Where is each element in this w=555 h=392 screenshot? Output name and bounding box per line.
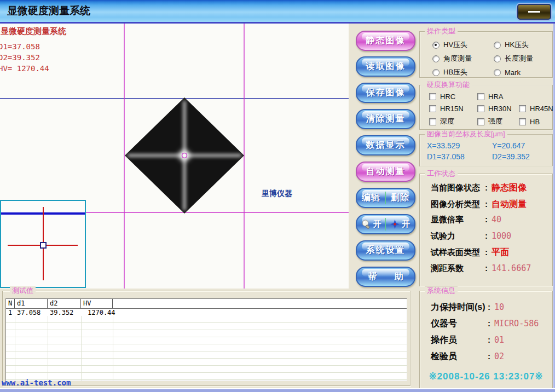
minimize-button[interactable] — [517, 4, 551, 20]
table-row[interactable]: 1 37.058 39.352 1270.44 — [6, 309, 407, 316]
viewport-hv-readout: HV= 1270.44 — [0, 64, 49, 73]
viewport-d2-readout: D2=39.352 — [0, 53, 40, 62]
status-row-surface-type: 试样表面类型 : 平面 — [431, 247, 552, 263]
radio-length-measure[interactable]: 长度测量 — [494, 54, 552, 64]
auto-measure-button[interactable]: 自动测量 — [356, 162, 415, 182]
radio-mark[interactable]: Mark — [494, 67, 552, 77]
radio-hv-indenter[interactable]: HV压头 — [432, 40, 494, 50]
viewport-overlay-title: 显微硬度测量系统 — [1, 26, 66, 37]
static-image-button[interactable]: 静态图像 — [356, 31, 415, 51]
groupbox-title: 系统信息 — [425, 286, 458, 295]
website-link[interactable]: www.ai-test.com — [2, 378, 71, 387]
thumbnail-center-handle[interactable] — [40, 242, 47, 249]
column-header-d2: d2 — [48, 299, 81, 308]
checkbox-strength[interactable]: 强度 — [477, 117, 519, 126]
center-glow — [179, 150, 190, 161]
status-value: 40 — [492, 215, 501, 224]
checkbox-hr45n[interactable]: HR45N — [519, 105, 553, 113]
light-toggle-label: 开 — [373, 219, 381, 229]
data-display-button[interactable]: 数据显示 — [356, 135, 415, 155]
column-header-hv: HV — [81, 299, 113, 308]
help-button[interactable]: 帮 助 — [356, 267, 415, 287]
radio-icon — [432, 55, 440, 62]
minimize-icon — [528, 11, 540, 13]
crosshair-toggle-label: 开 — [402, 219, 410, 229]
status-row-magnification: 显微倍率 : 40 — [431, 215, 552, 231]
work-status-rows: 当前图像状态 : 静态图像 图像分析类型 : 自动测量 显微倍率 : 40 试验… — [420, 174, 552, 279]
radio-icon — [494, 42, 501, 49]
groupbox-title: 图像当前坐标及长度[μm] — [425, 130, 507, 139]
radio-icon — [494, 55, 501, 62]
status-row-image-state: 当前图像状态 : 静态图像 — [431, 182, 552, 199]
save-image-button[interactable]: 保存图像 — [356, 83, 415, 103]
operation-type-groupbox: 操作类型 HV压头 HK压头 角度测量 长度测量 HB压头 — [419, 31, 553, 78]
sysinfo-value: 10 — [494, 302, 504, 312]
light-toggle-button[interactable]: 开 — [357, 219, 385, 229]
coord-y: Y=20.647 — [492, 141, 552, 150]
coord-d2: D2=39.352 — [492, 152, 552, 161]
column-header-n: N — [6, 299, 15, 308]
crosshair-star-icon — [390, 220, 400, 229]
column-header-blank — [113, 299, 407, 308]
cell-hv: 1270.44 — [81, 309, 120, 316]
checkbox-hrc[interactable]: HRC — [429, 93, 477, 101]
checkbox-hr15n[interactable]: HR15N — [429, 105, 477, 113]
sysinfo-value: 02 — [494, 351, 504, 361]
crosshair-toggle-button[interactable]: 开 — [386, 219, 414, 229]
sysinfo-row-operator: 操作员 : 01 — [431, 335, 552, 351]
cell-n: 1 — [6, 309, 15, 316]
status-value: 自动测量 — [492, 199, 527, 210]
operation-type-options: HV压头 HK压头 角度测量 长度测量 HB压头 Mark — [420, 32, 552, 77]
status-value: 141.6667 — [492, 263, 531, 273]
cell-d2: 39.352 — [48, 309, 81, 316]
checkbox-hb[interactable]: HB — [519, 117, 553, 126]
conversion-options: HRC HRA HR15N HR30N HR45N 深度 — [420, 85, 552, 126]
navigator-thumbnail[interactable] — [0, 200, 86, 288]
column-header-d1: d1 — [15, 299, 48, 308]
radio-icon — [432, 69, 440, 76]
coordinates-groupbox: 图像当前坐标及长度[μm] X=33.529 Y=20.647 D1=37.05… — [419, 134, 553, 166]
cell-d1: 37.058 — [15, 309, 48, 316]
results-table-body: 1 37.058 39.352 1270.44 — [6, 309, 407, 381]
radio-hb-indenter[interactable]: HB压头 — [432, 67, 494, 77]
sysinfo-row-dwell-time: 力保持时间(s) : 10 — [431, 302, 552, 318]
window-border-bottom — [0, 388, 555, 392]
light-bulb-icon — [361, 220, 371, 229]
checkbox-hr30n[interactable]: HR30N — [477, 105, 519, 113]
status-row-test-force: 试验力 : 1000 — [431, 231, 552, 247]
radio-angle-measure[interactable]: 角度测量 — [432, 54, 494, 64]
image-viewport[interactable]: 显微硬度测量系统 D1=37.058 D2=39.352 HV= 1270.44… — [0, 24, 349, 289]
load-image-button[interactable]: 读取图像 — [356, 56, 415, 77]
status-value: 平面 — [492, 247, 509, 258]
coord-x: X=33.529 — [427, 141, 492, 150]
groupbox-title: 硬度换算功能 — [425, 80, 472, 89]
edit-button[interactable]: 编辑 — [357, 192, 385, 204]
status-row-distance-coefficient: 测距系数 : 141.6667 — [431, 263, 552, 280]
hardness-conversion-groupbox: 硬度换算功能 HRC HRA HR15N HR30N HR45N — [419, 85, 553, 130]
sysinfo-value: 01 — [494, 335, 504, 345]
system-info-groupbox: 系统信息 力保持时间(s) : 10 仪器号 : MICRO-586 操作员 :… — [419, 291, 553, 389]
radio-hk-indenter[interactable]: HK压头 — [494, 40, 552, 50]
checkbox-icon — [519, 118, 526, 125]
groupbox-title: 工作状态 — [425, 169, 458, 178]
checkbox-icon — [429, 105, 436, 112]
status-value: 静态图像 — [492, 182, 527, 194]
checkbox-icon — [519, 105, 526, 112]
title-bar: 显微硬度测量系统 — [0, 0, 555, 24]
system-settings-button[interactable]: 系统设置 — [356, 240, 415, 261]
groupbox-title: 操作类型 — [425, 27, 458, 36]
results-table[interactable]: N d1 d2 HV 1 37.058 39.352 1270.44 — [5, 298, 407, 381]
checkbox-icon — [429, 118, 436, 125]
delete-button[interactable]: 删除 — [386, 192, 414, 204]
sysinfo-row-inspector: 检验员 : 02 — [431, 351, 552, 367]
clear-measure-button[interactable]: 清除测量 — [356, 109, 415, 129]
status-value: 1000 — [492, 231, 511, 241]
checkbox-hra[interactable]: HRA — [477, 93, 519, 101]
results-table-header: N d1 d2 HV — [6, 299, 407, 309]
groupbox-title: 测试值 — [10, 286, 36, 295]
work-status-groupbox: 工作状态 当前图像状态 : 静态图像 图像分析类型 : 自动测量 显微倍率 : … — [419, 174, 553, 286]
sysinfo-row-instrument-id: 仪器号 : MICRO-586 — [431, 318, 552, 335]
radio-icon — [432, 42, 440, 49]
datetime-display: ※2008-10-26 13:23:07※ — [420, 371, 552, 382]
checkbox-depth[interactable]: 深度 — [429, 117, 477, 126]
